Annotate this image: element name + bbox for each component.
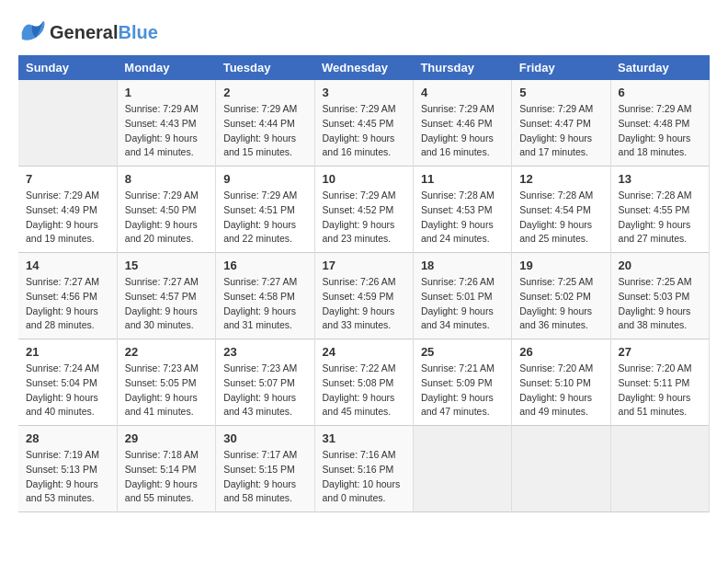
day-info: Sunrise: 7:29 AM Sunset: 4:45 PM Dayligh… [323,102,405,160]
day-info: Sunrise: 7:29 AM Sunset: 4:48 PM Dayligh… [619,102,701,160]
day-info: Sunrise: 7:28 AM Sunset: 4:54 PM Dayligh… [519,189,602,247]
day-number: 4 [421,86,504,99]
day-info: Sunrise: 7:27 AM Sunset: 4:58 PM Dayligh… [223,275,306,333]
week-row-3: 14Sunrise: 7:27 AM Sunset: 4:56 PM Dayli… [18,253,710,339]
calendar-cell: 9Sunrise: 7:29 AM Sunset: 4:51 PM Daylig… [216,167,314,253]
weekday-header-tuesday: Tuesday [216,55,314,80]
day-info: Sunrise: 7:27 AM Sunset: 4:57 PM Dayligh… [125,275,208,333]
day-number: 19 [519,259,602,272]
day-number: 31 [323,431,405,445]
day-info: Sunrise: 7:17 AM Sunset: 5:15 PM Dayligh… [223,448,306,506]
calendar-cell: 8Sunrise: 7:29 AM Sunset: 4:50 PM Daylig… [117,167,215,253]
day-info: Sunrise: 7:20 AM Sunset: 5:10 PM Dayligh… [519,362,602,419]
calendar-cell: 10Sunrise: 7:29 AM Sunset: 4:52 PM Dayli… [314,167,413,253]
calendar-cell: 26Sunrise: 7:20 AM Sunset: 5:10 PM Dayli… [512,339,610,426]
calendar-cell [610,426,709,512]
calendar-cell: 21Sunrise: 7:24 AM Sunset: 5:04 PM Dayli… [18,339,117,426]
day-number: 17 [323,259,405,272]
calendar-cell: 30Sunrise: 7:17 AM Sunset: 5:15 PM Dayli… [216,426,314,512]
page-header: GeneralBlue [18,18,710,46]
day-number: 15 [125,259,208,272]
calendar-cell: 6Sunrise: 7:29 AM Sunset: 4:48 PM Daylig… [610,80,709,167]
day-number: 1 [125,86,208,99]
week-row-2: 7Sunrise: 7:29 AM Sunset: 4:49 PM Daylig… [18,167,710,253]
calendar-cell: 25Sunrise: 7:21 AM Sunset: 5:09 PM Dayli… [413,339,511,426]
day-number: 18 [421,259,504,272]
calendar-cell: 27Sunrise: 7:20 AM Sunset: 5:11 PM Dayli… [610,339,709,426]
week-row-4: 21Sunrise: 7:24 AM Sunset: 5:04 PM Dayli… [18,339,710,426]
day-number: 22 [125,345,208,359]
weekday-header-thursday: Thursday [413,55,511,80]
calendar-cell [512,426,610,512]
calendar-cell: 15Sunrise: 7:27 AM Sunset: 4:57 PM Dayli… [117,253,215,339]
day-number: 13 [619,172,701,186]
day-number: 9 [223,172,306,186]
day-number: 12 [519,172,602,186]
calendar-cell: 24Sunrise: 7:22 AM Sunset: 5:08 PM Dayli… [314,339,413,426]
day-number: 27 [619,345,701,359]
day-number: 3 [323,86,405,99]
day-info: Sunrise: 7:29 AM Sunset: 4:46 PM Dayligh… [421,102,504,160]
calendar-cell: 22Sunrise: 7:23 AM Sunset: 5:05 PM Dayli… [117,339,215,426]
calendar-cell: 2Sunrise: 7:29 AM Sunset: 4:44 PM Daylig… [216,80,314,167]
day-number: 25 [421,345,504,359]
calendar-cell: 11Sunrise: 7:28 AM Sunset: 4:53 PM Dayli… [413,167,511,253]
calendar-cell: 5Sunrise: 7:29 AM Sunset: 4:47 PM Daylig… [512,80,610,167]
day-info: Sunrise: 7:29 AM Sunset: 4:47 PM Dayligh… [519,102,602,160]
day-number: 26 [519,345,602,359]
weekday-header-monday: Monday [117,55,215,80]
day-number: 10 [323,172,405,186]
calendar-cell: 14Sunrise: 7:27 AM Sunset: 4:56 PM Dayli… [18,253,117,339]
calendar-cell: 17Sunrise: 7:26 AM Sunset: 4:59 PM Dayli… [314,253,413,339]
day-info: Sunrise: 7:29 AM Sunset: 4:52 PM Dayligh… [323,189,405,247]
day-info: Sunrise: 7:27 AM Sunset: 4:56 PM Dayligh… [26,275,109,333]
day-number: 5 [519,86,602,99]
calendar-cell [18,80,117,167]
day-info: Sunrise: 7:25 AM Sunset: 5:02 PM Dayligh… [519,275,602,333]
day-number: 7 [26,172,109,186]
day-info: Sunrise: 7:22 AM Sunset: 5:08 PM Dayligh… [323,362,405,419]
day-number: 24 [323,345,405,359]
day-number: 11 [421,172,504,186]
day-info: Sunrise: 7:29 AM Sunset: 4:43 PM Dayligh… [125,102,208,160]
calendar-cell: 4Sunrise: 7:29 AM Sunset: 4:46 PM Daylig… [413,80,511,167]
calendar-cell [413,426,511,512]
day-info: Sunrise: 7:29 AM Sunset: 4:50 PM Dayligh… [125,189,208,247]
day-number: 16 [223,259,306,272]
day-info: Sunrise: 7:26 AM Sunset: 4:59 PM Dayligh… [323,275,405,333]
weekday-header-friday: Friday [512,55,610,80]
day-number: 14 [26,259,109,272]
day-info: Sunrise: 7:28 AM Sunset: 4:53 PM Dayligh… [421,189,504,247]
day-info: Sunrise: 7:20 AM Sunset: 5:11 PM Dayligh… [619,362,701,419]
day-number: 28 [26,431,109,445]
day-info: Sunrise: 7:25 AM Sunset: 5:03 PM Dayligh… [619,275,701,333]
calendar-cell: 31Sunrise: 7:16 AM Sunset: 5:16 PM Dayli… [314,426,413,512]
logo-text: GeneralBlue [50,22,158,42]
day-info: Sunrise: 7:29 AM Sunset: 4:49 PM Dayligh… [26,189,109,247]
logo: GeneralBlue [18,18,158,46]
calendar-cell: 7Sunrise: 7:29 AM Sunset: 4:49 PM Daylig… [18,167,117,253]
day-number: 29 [125,431,208,445]
day-info: Sunrise: 7:19 AM Sunset: 5:13 PM Dayligh… [26,448,109,506]
day-number: 30 [223,431,306,445]
day-info: Sunrise: 7:24 AM Sunset: 5:04 PM Dayligh… [26,362,109,419]
calendar-cell: 20Sunrise: 7:25 AM Sunset: 5:03 PM Dayli… [610,253,709,339]
calendar-cell: 28Sunrise: 7:19 AM Sunset: 5:13 PM Dayli… [18,426,117,512]
day-number: 6 [619,86,701,99]
day-info: Sunrise: 7:23 AM Sunset: 5:07 PM Dayligh… [223,362,306,419]
calendar-cell: 19Sunrise: 7:25 AM Sunset: 5:02 PM Dayli… [512,253,610,339]
week-row-5: 28Sunrise: 7:19 AM Sunset: 5:13 PM Dayli… [18,426,710,512]
weekday-header-sunday: Sunday [18,55,117,80]
week-row-1: 1Sunrise: 7:29 AM Sunset: 4:43 PM Daylig… [18,80,710,167]
day-info: Sunrise: 7:26 AM Sunset: 5:01 PM Dayligh… [421,275,504,333]
day-number: 8 [125,172,208,186]
calendar-cell: 12Sunrise: 7:28 AM Sunset: 4:54 PM Dayli… [512,167,610,253]
day-number: 2 [223,86,306,99]
calendar-table: SundayMondayTuesdayWednesdayThursdayFrid… [18,55,710,512]
day-number: 23 [223,345,306,359]
day-info: Sunrise: 7:21 AM Sunset: 5:09 PM Dayligh… [421,362,504,419]
day-info: Sunrise: 7:29 AM Sunset: 4:51 PM Dayligh… [223,189,306,247]
day-number: 20 [619,259,701,272]
weekday-header-wednesday: Wednesday [314,55,413,80]
day-info: Sunrise: 7:29 AM Sunset: 4:44 PM Dayligh… [223,102,306,160]
